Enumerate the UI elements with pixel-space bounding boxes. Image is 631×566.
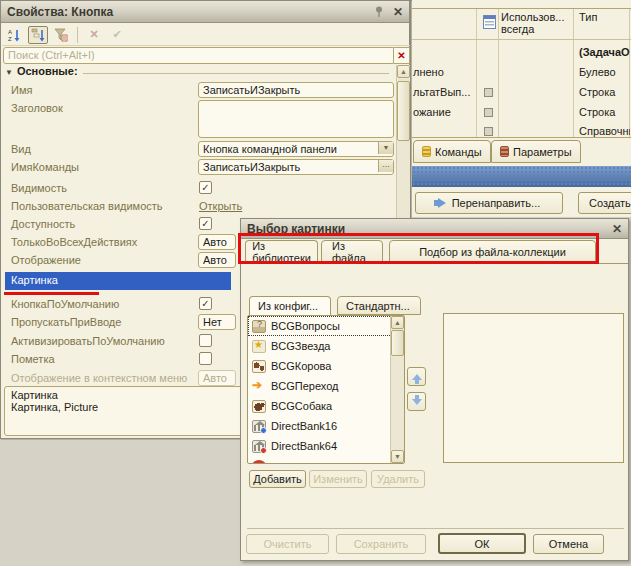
search-row: Поиск (Ctrl+Alt+I) ✕ [3,47,410,64]
list-item[interactable]: DirectBank16 [248,416,404,436]
scroll-up-icon[interactable]: ▲ [391,316,404,329]
cell-name: льтатВып... [413,86,471,98]
tab-from-file[interactable]: Из файла [321,240,383,263]
properties-titlebar[interactable]: Свойства: Кнопка ✕ [1,1,409,23]
table-row[interactable]: ожание Строка [412,102,631,122]
prop-row-uservisibility[interactable]: Пользовательская видимость Открыть [1,198,395,215]
usage-checkbox[interactable] [484,127,493,136]
list-item[interactable]: DirectBank64 [248,436,404,456]
section-basic[interactable]: ▼Основные: [5,65,393,80]
list-item-partial[interactable] [248,456,404,464]
bcg-star-icon [252,340,266,353]
prop-label: ПропускатьПриВводе [11,316,121,328]
tab-commands[interactable]: Команды [413,140,491,163]
move-up-button[interactable] [407,367,426,386]
command-name-field[interactable]: ЗаписатьИЗакрыть [198,159,394,175]
list-item[interactable]: BCGСобака [248,396,404,416]
parameters-stack-icon [500,146,509,157]
scroll-thumb[interactable] [391,330,404,356]
prop-label: Пометка [11,353,55,365]
sort-categories-icon[interactable] [28,26,48,44]
open-link[interactable]: Открыть [199,200,242,212]
ellipsis-icon[interactable]: ... [378,160,393,172]
button-label: Удалить [377,473,419,485]
picture-row-selected[interactable]: Картинка [5,272,231,290]
chevron-down-icon[interactable]: ▼ [378,142,393,154]
button-label: Перенаправить... [452,197,541,209]
picture-select-dialog: Выбор картинки ✕ Из библиотеки Из файла … [240,218,629,561]
subtab-standard[interactable]: Стандартн... [337,296,421,315]
onlyinallactions-field[interactable]: Авто [198,234,236,250]
list-scrollbar[interactable]: ▲ ▼ [390,316,404,463]
cancel-button[interactable]: Отмена [533,534,604,554]
list-item[interactable]: BCGПереход [248,376,404,396]
cell-type: (ЗадачаО [579,46,630,58]
dialog-titlebar[interactable]: Выбор картинки ✕ [241,219,628,239]
ok-button[interactable]: ОК [438,533,526,554]
skiponinput-field[interactable]: Нет [198,314,236,330]
tab-from-collection[interactable]: Подбор из файла-коллекции [389,240,596,263]
list-item[interactable]: BCGКорова [248,356,404,376]
filter-icon[interactable] [51,26,71,44]
table-row[interactable]: лнено Булево [412,62,631,82]
list-item[interactable]: BCGВопросы [248,316,404,336]
column-header-type[interactable]: Тип [579,11,597,23]
subtab-from-config[interactable]: Из конфиг... [249,296,331,316]
table-row[interactable]: льтатВып... Строка [412,82,631,102]
edit-button[interactable]: Изменить [309,470,367,488]
scroll-thumb[interactable] [397,81,410,141]
list-item[interactable]: BCGЗвезда [248,336,404,356]
add-button[interactable]: Добавить [249,470,306,488]
tab-parameters[interactable]: Параметры [491,140,581,163]
scroll-down-icon[interactable]: ▼ [391,450,404,463]
collapse-triangle-icon[interactable]: ▼ [5,68,13,77]
search-input[interactable]: Поиск (Ctrl+Alt+I) [3,47,394,64]
red-ring-icon [252,460,266,464]
properties-title: Свойства: Кнопка [7,5,113,19]
sort-alphabetical-icon[interactable]: A Z [5,26,25,44]
prop-label: ИмяКоманды [11,161,79,173]
kind-select[interactable]: Кнопка командной панели [198,141,394,157]
enabled-checkbox[interactable]: ✓ [199,217,212,230]
divider [241,263,628,264]
clear-button[interactable]: Очистить [246,534,329,554]
pin-icon[interactable] [375,6,383,18]
delete-button[interactable]: Удалить [371,470,425,488]
button-label: Добавить [253,473,302,485]
prop-row-visibility[interactable]: Видимость ✓ [1,180,395,197]
title-field[interactable] [198,100,394,138]
tab-label: Подбор из файла-коллекции [419,246,566,258]
activatebydefault-checkbox[interactable] [199,334,212,347]
section-label: Основные: [17,65,78,77]
create-button[interactable]: Создать [578,192,631,214]
search-clear-icon[interactable]: ✕ [394,47,410,64]
redirect-button[interactable]: Перенаправить... [415,192,563,214]
close-icon[interactable]: ✕ [612,222,622,236]
table-row[interactable]: (ЗадачаО [412,42,631,62]
usage-checkbox[interactable] [484,88,493,97]
table-row[interactable]: Справочни [412,121,631,141]
display-field[interactable]: Авто [198,252,236,268]
tab-from-library[interactable]: Из библиотеки [245,240,318,264]
prop-row-name[interactable]: Имя ЗаписатьИЗакрыть [1,82,395,99]
scroll-up-icon[interactable]: ▲ [397,65,410,78]
list-item-label: BCGВопросы [271,320,340,332]
close-icon[interactable]: ✕ [393,5,403,19]
defaultbutton-checkbox[interactable]: ✓ [199,297,212,310]
name-field[interactable]: ЗаписатьИЗакрыть [198,82,394,98]
confirm-edit-icon[interactable]: ✔ [107,26,127,44]
prop-row-title[interactable]: Заголовок [1,100,395,138]
cancel-edit-icon[interactable]: ✕ [84,26,104,44]
prop-row-kind[interactable]: Вид Кнопка командной панели ▼ [1,141,395,158]
usage-checkbox[interactable] [484,108,493,117]
picture-list[interactable]: BCGВопросы BCGЗвезда BCGКорова BCGПерехо… [247,315,405,464]
mark-checkbox[interactable] [199,352,212,365]
save-button[interactable]: Сохранить [336,534,426,554]
button-label: Отмена [549,538,588,550]
move-down-button[interactable] [407,392,426,411]
prop-row-commandname[interactable]: ИмяКоманды ЗаписатьИЗакрыть ... [1,159,395,176]
visibility-checkbox[interactable]: ✓ [199,181,212,194]
column-header-usage[interactable]: Использов...всегда [501,11,564,35]
form-titlebar [412,166,631,187]
cell-type: Строка [579,106,630,118]
